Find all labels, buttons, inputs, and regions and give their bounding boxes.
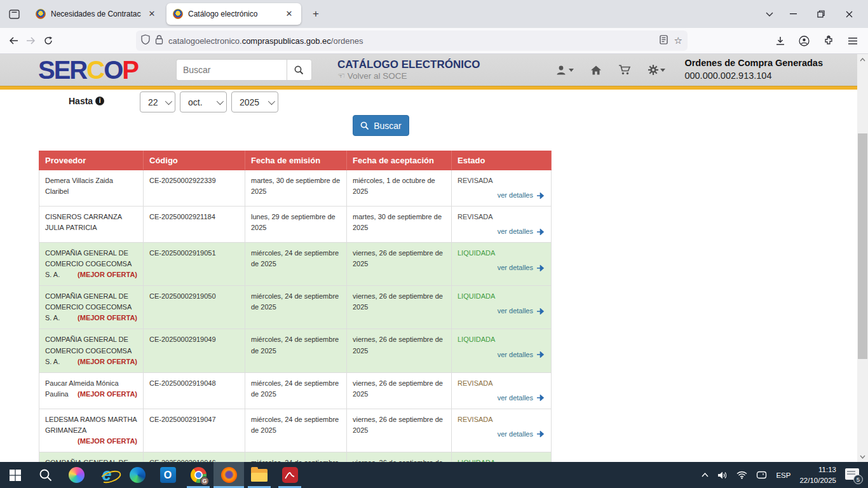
- restore-icon[interactable]: [807, 3, 835, 25]
- cart-button[interactable]: [618, 64, 631, 76]
- firefox-icon: [221, 467, 237, 483]
- url-text: catalogoelectronico.compraspublicas.gob.…: [168, 36, 654, 46]
- table-row: COMPAÑIA GENERAL DE COMERCIO COGECOMSA S…: [39, 243, 552, 286]
- taskbar-outlook-button[interactable]: O: [153, 462, 183, 488]
- close-icon[interactable]: ✕: [146, 8, 158, 20]
- ver-detalles-link[interactable]: ver detalles: [458, 226, 545, 237]
- shield-icon[interactable]: [141, 34, 150, 47]
- page-viewport: SERCOP CATÁLOGO ELECTRÓNICO ☜ Volver al …: [0, 54, 868, 462]
- taskbar-clock[interactable]: 11:13 22/10/2025: [799, 464, 836, 485]
- url-bar[interactable]: catalogoelectronico.compraspublicas.gob.…: [136, 30, 688, 51]
- info-icon[interactable]: i: [95, 97, 104, 105]
- arrow-right-icon: [536, 229, 545, 235]
- bookmark-star-icon[interactable]: ☆: [674, 35, 682, 46]
- fecha-aceptacion-cell: viernes, 26 de septiembre de 2025: [347, 329, 452, 372]
- ver-detalles-link[interactable]: ver detalles: [458, 190, 545, 201]
- wifi-icon[interactable]: [736, 471, 747, 479]
- copilot-icon: [69, 467, 85, 483]
- reload-icon[interactable]: [40, 31, 57, 50]
- ver-detalles-link[interactable]: ver detalles: [458, 306, 545, 316]
- fecha-aceptacion-cell: viernes, 26 de septiembre de 2025: [347, 243, 452, 286]
- header-search: [176, 59, 312, 81]
- volver-al-soce-link[interactable]: ☜ Volver al SOCE: [337, 71, 480, 82]
- scrollbar-thumb[interactable]: [858, 133, 867, 359]
- fecha-emision-cell: miércoles, 24 de septiembre de 2025: [245, 243, 347, 286]
- account-icon[interactable]: [794, 31, 815, 50]
- scroll-down-icon[interactable]: [857, 451, 868, 462]
- downloads-icon[interactable]: [770, 31, 790, 50]
- ver-detalles-link[interactable]: ver detalles: [458, 349, 545, 360]
- site-header: SERCOP CATÁLOGO ELECTRÓNICO ☜ Volver al …: [0, 54, 857, 86]
- ver-detalles-link[interactable]: ver detalles: [458, 429, 545, 440]
- month-select[interactable]: oct.: [180, 92, 227, 112]
- firefox-view-icon[interactable]: [5, 5, 23, 23]
- menu-icon[interactable]: [843, 31, 863, 50]
- tabs-list-chevron-icon[interactable]: [760, 6, 779, 22]
- reader-mode-icon[interactable]: [660, 35, 668, 47]
- lock-icon[interactable]: [155, 35, 163, 47]
- user-icon: [556, 65, 567, 76]
- proveedor-cell: Demera Villacis Zaida Claribel: [39, 170, 144, 207]
- scroll-up-icon[interactable]: [857, 54, 868, 65]
- table-row: COMPAÑIA GENERAL DE COMERCIO COGECOMSA S…: [39, 329, 552, 372]
- taskbar-firefox-button[interactable]: [214, 462, 244, 488]
- fecha-emision-cell: miércoles, 24 de septiembre de 2025: [245, 329, 347, 372]
- proveedor-name: CISNEROS CARRANZA JULIA PATRICIA: [45, 213, 121, 231]
- sercop-logo[interactable]: SERCOP: [38, 57, 138, 83]
- acrobat-icon: [282, 467, 298, 483]
- ver-detalles-link[interactable]: ver detalles: [458, 393, 545, 403]
- day-select[interactable]: 22: [140, 92, 175, 112]
- mejor-oferta-tag: (MEJOR OFERTA): [78, 436, 137, 447]
- language-indicator[interactable]: ESP: [776, 471, 790, 479]
- notification-icon[interactable]: 5: [845, 468, 862, 482]
- year-select[interactable]: 2025: [231, 92, 278, 112]
- fecha-aceptacion-cell: viernes, 26 de septiembre de 2025: [347, 409, 452, 452]
- arrow-right-icon: [536, 308, 545, 315]
- fecha-emision-cell: martes, 30 de septiembre de 2025: [245, 170, 347, 207]
- tab-necesidades[interactable]: Necesidades de Contratación y ✕: [29, 3, 164, 25]
- volume-icon[interactable]: [717, 471, 728, 480]
- fecha-aceptacion-cell: viernes, 26 de septiembre de 2025: [347, 452, 452, 462]
- user-menu[interactable]: [556, 65, 574, 76]
- proveedor-cell: COMPAÑIA GENERAL DE COMERCIO COGECOMSA S…: [39, 452, 144, 462]
- minimize-icon[interactable]: [779, 3, 807, 25]
- header-search-input[interactable]: [176, 59, 287, 81]
- table-header-row: ProveedorCódigoFecha de emisiónFecha de …: [39, 151, 552, 170]
- close-icon[interactable]: ✕: [283, 8, 295, 20]
- fecha-aceptacion-cell: miércoles, 1 de octubre de 2025: [347, 170, 452, 207]
- taskbar-search-button[interactable]: [31, 462, 61, 488]
- tab-title: Necesidades de Contratación y: [51, 10, 141, 18]
- header-search-button[interactable]: [287, 59, 312, 81]
- taskbar-edge-button[interactable]: [122, 462, 153, 488]
- mejor-oferta-tag: (MEJOR OFERTA): [78, 313, 137, 323]
- back-icon[interactable]: [5, 31, 22, 50]
- taskbar-acrobat-button[interactable]: [275, 462, 305, 488]
- new-tab-icon[interactable]: +: [308, 6, 324, 22]
- page-scrollbar[interactable]: [857, 54, 868, 462]
- start-button[interactable]: [0, 462, 31, 488]
- column-header: Fecha de aceptación: [347, 151, 452, 170]
- buscar-button[interactable]: Buscar: [353, 115, 409, 136]
- taskbar-ie-button[interactable]: e: [92, 462, 122, 488]
- tray-chevron-icon[interactable]: [702, 473, 709, 477]
- proveedor-cell: CISNEROS CARRANZA JULIA PATRICIA: [39, 207, 144, 243]
- codigo-cell: CE-20250002919046: [144, 452, 245, 462]
- tab-catalogo[interactable]: Catálogo electrónico ✕: [166, 3, 301, 25]
- settings-menu[interactable]: [648, 64, 665, 76]
- taskbar-copilot-button[interactable]: [61, 462, 92, 488]
- proveedor-cell: COMPAÑIA GENERAL DE COMERCIO COGECOMSA S…: [39, 286, 144, 329]
- fecha-emision-cell: miércoles, 24 de septiembre de 2025: [245, 286, 347, 329]
- windows-taskbar: e O G ESP 11:13 22/10/2025 5: [0, 462, 868, 488]
- extensions-icon[interactable]: [818, 31, 839, 50]
- outlook-icon: O: [160, 467, 176, 483]
- home-button[interactable]: [590, 65, 602, 76]
- proveedor-cell: Paucar Almeida Mónica Paulina (MEJOR OFE…: [39, 372, 144, 409]
- taskbar-chrome-button[interactable]: G: [183, 462, 214, 488]
- device-icon[interactable]: [756, 471, 767, 479]
- forward-icon[interactable]: [22, 31, 39, 50]
- browser-nav-bar: catalogoelectronico.compraspublicas.gob.…: [0, 28, 868, 54]
- start-icon: [9, 469, 22, 482]
- taskbar-explorer-button[interactable]: [244, 462, 275, 488]
- ver-detalles-link[interactable]: ver detalles: [458, 262, 545, 273]
- window-close-icon[interactable]: [835, 3, 863, 25]
